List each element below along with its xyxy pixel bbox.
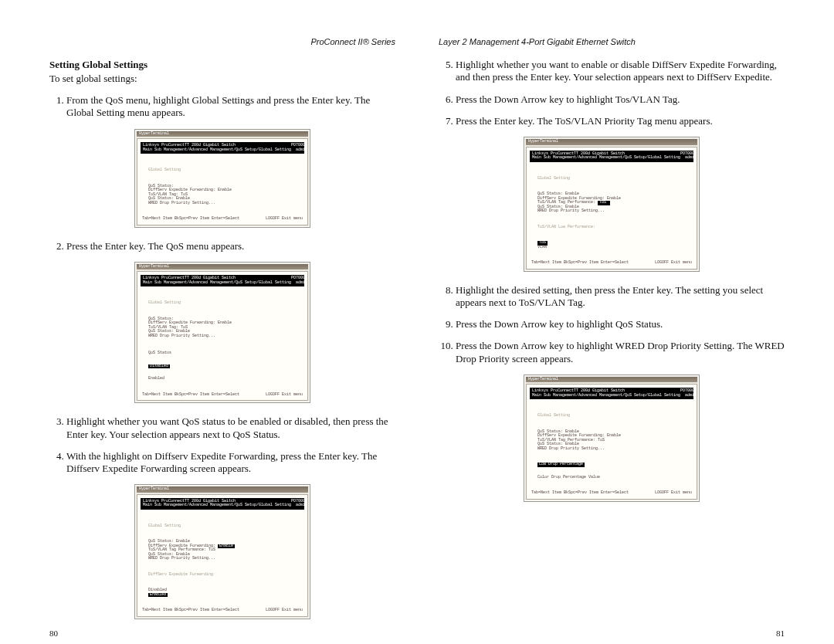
step-item: Press the Enter key. The QoS menu appear… xyxy=(66,240,395,253)
figure-wred-drop-priority: HyperTerminal Linksys ProConnectTT 200d … xyxy=(439,375,785,502)
figure-diffserv-expedite: HyperTerminal Linksys ProConnectTT 200d … xyxy=(49,484,395,619)
hl-enable: Enable xyxy=(218,544,235,549)
term-user: admin xyxy=(296,147,307,152)
opt-enabled: Enabled xyxy=(148,377,297,381)
terminal-screenshot: HyperTerminal Linksys ProConnectTT 200d … xyxy=(134,262,310,404)
step-item: Highlight whether you want QoS status to… xyxy=(66,415,395,441)
steps-5-7: Highlight whether you want to enable or … xyxy=(439,59,785,127)
term-user: admin xyxy=(296,280,307,285)
figure-qos-menu: HyperTerminal Linksys ProConnectTT 200d … xyxy=(49,262,395,404)
steps-1: From the QoS menu, highlight Global Sett… xyxy=(49,94,395,120)
term-body: QoS Status: DiffServ Expedite Forwarding… xyxy=(148,185,297,206)
running-head-left: ProConnect II® Series xyxy=(49,37,395,46)
term-foot-right: LOGOFF Exit menu xyxy=(655,261,692,266)
window-titlebar: HyperTerminal xyxy=(526,139,697,145)
term-subhead: ToS/VLAN Low Performance: xyxy=(537,225,686,230)
page-number-right: 81 xyxy=(776,629,785,638)
term-breadcrumb: Main Sub Management/Advanced Management/… xyxy=(532,155,680,160)
page-80: ProConnect II® Series Setting Global Set… xyxy=(34,37,417,622)
step-item: From the QoS menu, highlight Global Sett… xyxy=(66,94,395,120)
page-81: Layer 2 Management 4-Port Gigabit Ethern… xyxy=(417,37,800,622)
steps-8-10: Highlight the desired setting, then pres… xyxy=(439,284,785,365)
term-foot-left: Tab=Next Item BkSpc=Prev Item Enter=Sele… xyxy=(142,217,239,222)
window-titlebar: HyperTerminal xyxy=(526,377,697,383)
step-item: Press the Down Arrow key to highlight To… xyxy=(456,93,785,106)
term-foot-left: Tab=Next Item BkSpc=Prev Item Enter=Sele… xyxy=(142,608,239,613)
term-section: Global Setting xyxy=(148,301,297,306)
step-item: With the highlight on Diffserv Expedite … xyxy=(66,450,395,476)
step-item: Highlight whether you want to enable or … xyxy=(456,59,785,84)
opt-enabled: Enabled xyxy=(148,593,168,598)
terminal-screenshot: HyperTerminal Linksys ProConnectTT 200d … xyxy=(134,484,310,619)
hl-tos: ToS xyxy=(598,201,610,205)
term-breadcrumb: Main Sub Management/Advanced Management/… xyxy=(532,393,680,398)
window-titlebar: HyperTerminal xyxy=(137,486,308,493)
window-titlebar: HyperTerminal xyxy=(137,131,308,137)
step-item: Highlight the desired setting, then pres… xyxy=(456,284,785,310)
term-foot-left: Tab=Next Item BkSpc=Prev Item Enter=Sele… xyxy=(531,261,629,266)
section-title: Setting Global Settings xyxy=(49,59,395,71)
book-spread: ProConnect II® Series Setting Global Set… xyxy=(0,0,834,644)
term-foot-right: LOGOFF Exit menu xyxy=(266,608,303,613)
terminal-screenshot: HyperTerminal Linksys ProConnectTT 200d … xyxy=(134,129,310,228)
term-section: Global Setting xyxy=(537,414,686,419)
figure-tos-vlan-priority: HyperTerminal Linksys ProConnectTT 200d … xyxy=(439,137,785,272)
term-foot-right: LOGOFF Exit menu xyxy=(266,217,303,222)
term-section: Global Setting xyxy=(537,177,686,181)
term-user: admin xyxy=(685,155,697,160)
term-foot-left: Tab=Next Item BkSpc=Prev Item Enter=Sele… xyxy=(142,393,239,398)
step-item: Press the Enter key. The ToS/VLAN Priori… xyxy=(456,115,785,127)
term-breadcrumb: Main Sub Management/Advanced Management/… xyxy=(143,280,291,285)
window-titlebar: HyperTerminal xyxy=(137,264,308,270)
running-head-right: Layer 2 Management 4-Port Gigabit Ethern… xyxy=(439,37,785,46)
opt-disabled: Disabled xyxy=(148,364,170,369)
step-item: Press the Down Arrow key to highlight Qo… xyxy=(456,318,785,330)
term-section: Global Setting xyxy=(148,168,297,173)
term-subhead: DiffServ Expedite Forwarding xyxy=(148,573,297,578)
opt-tos: ToS xyxy=(537,241,548,246)
term-foot-left: Tab=Next Item BkSpc=Prev Item Enter=Sele… xyxy=(531,491,629,496)
figure-global-setting-menu: HyperTerminal Linksys ProConnectTT 200d … xyxy=(49,129,395,228)
steps-3-4: Highlight whether you want QoS status to… xyxy=(49,415,395,475)
term-body: QoS Status: DiffServ Expedite Forwarding… xyxy=(148,317,297,339)
term-user: admin xyxy=(296,503,307,507)
terminal-screenshot: HyperTerminal Linksys ProConnectTT 200d … xyxy=(524,375,700,502)
hl-drop-percentage: Low Drop Percentage xyxy=(537,463,585,467)
term-breadcrumb: Main Sub Management/Advanced Management/… xyxy=(143,147,291,152)
intro-text: To set global settings: xyxy=(49,73,395,85)
term-foot-right: LOGOFF Exit menu xyxy=(655,491,692,496)
term-breadcrumb: Main Sub Management/Advanced Management/… xyxy=(143,503,291,507)
steps-2: Press the Enter key. The QoS menu appear… xyxy=(49,240,395,253)
page-number-left: 80 xyxy=(49,629,58,638)
term-section: Global Setting xyxy=(148,524,297,529)
drop-sub: Color Drop Percentage Value xyxy=(537,476,686,480)
step-item: Press the Down Arrow key to highlight WR… xyxy=(456,340,785,365)
term-foot-right: LOGOFF Exit menu xyxy=(266,393,303,398)
term-user: admin xyxy=(685,393,697,398)
terminal-screenshot: HyperTerminal Linksys ProConnectTT 200d … xyxy=(524,137,700,272)
